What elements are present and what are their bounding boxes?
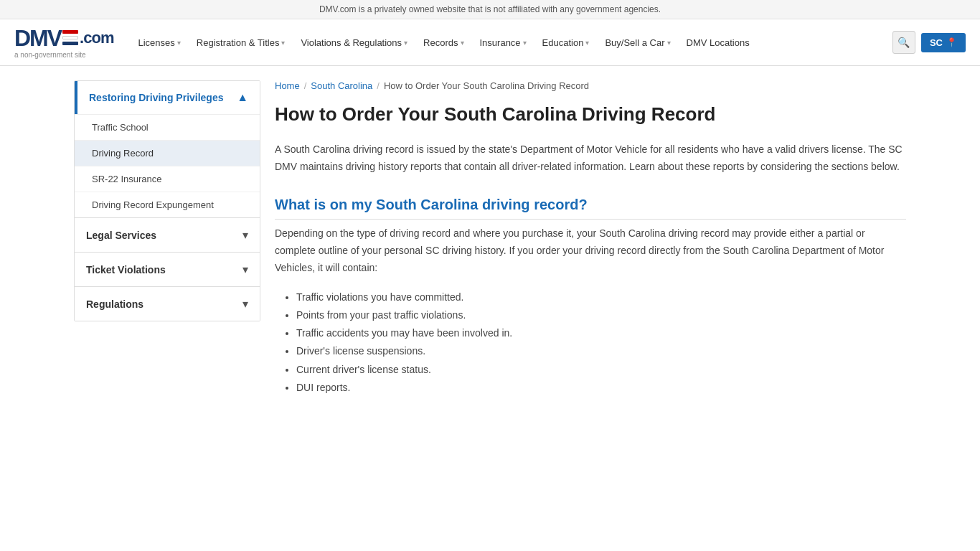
top-banner: DMV.com is a privately owned website tha… [0, 0, 980, 19]
logo-dmv: DMV [14, 27, 61, 50]
section-1-body: Depending on the type of driving record … [275, 225, 906, 276]
breadcrumb: Home / South Carolina / How to Order You… [275, 80, 906, 91]
logo-tagline: a non-government site [14, 51, 113, 59]
nav-violations[interactable]: Violations & Regulations ▾ [293, 32, 415, 54]
chevron-down-icon: ▾ [404, 39, 407, 47]
chevron-down-icon: ▾ [242, 263, 248, 276]
logo-com: .com [80, 30, 113, 46]
sidebar: Restoring Driving Privileges ▲ Traffic S… [74, 80, 260, 321]
breadcrumb-current: How to Order Your South Carolina Driving… [384, 80, 589, 91]
breadcrumb-sep-2: / [377, 80, 380, 91]
section-1-list: Traffic violations you have committed. P… [275, 288, 906, 397]
sidebar-section-label-violations: Ticket Violations [86, 264, 166, 276]
header: DMV .com a non-government site Licenses … [0, 19, 980, 66]
sidebar-header-regulations[interactable]: Regulations ▾ [75, 287, 260, 321]
chevron-down-icon: ▾ [667, 39, 671, 47]
state-selector-button[interactable]: SC 📍 [921, 33, 966, 52]
sidebar-section-violations: Ticket Violations ▾ [75, 253, 260, 287]
sidebar-item-sr22[interactable]: SR-22 Insurance [75, 166, 260, 192]
breadcrumb-home[interactable]: Home [275, 80, 300, 91]
nav-buy-sell[interactable]: Buy/Sell a Car ▾ [598, 32, 677, 54]
list-item: Points from your past traffic violations… [296, 306, 906, 324]
sidebar-section-regulations: Regulations ▾ [75, 287, 260, 321]
sidebar-item-traffic-school[interactable]: Traffic School [75, 115, 260, 141]
nav-records[interactable]: Records ▾ [416, 32, 471, 54]
nav-registration[interactable]: Registration & Titles ▾ [189, 32, 293, 54]
main-nav: Licenses ▾ Registration & Titles ▾ Viola… [131, 32, 892, 54]
sidebar-section-label-restoring: Restoring Driving Privileges [89, 92, 224, 103]
nav-licenses[interactable]: Licenses ▾ [131, 32, 187, 54]
sidebar-header-violations[interactable]: Ticket Violations ▾ [75, 253, 260, 286]
list-item: Traffic accidents you may have been invo… [296, 324, 906, 342]
sidebar-section-label-legal: Legal Services [86, 230, 156, 241]
chevron-down-icon: ▾ [461, 39, 464, 47]
sidebar-header-restoring[interactable]: Restoring Driving Privileges ▲ [75, 81, 260, 114]
sidebar-section-label-regulations: Regulations [86, 298, 143, 310]
location-icon: 📍 [946, 37, 957, 47]
sidebar-header-legal[interactable]: Legal Services ▾ [75, 218, 260, 252]
nav-education[interactable]: Education ▾ [535, 32, 597, 54]
logo-wrapper[interactable]: DMV .com a non-government site [14, 27, 113, 59]
breadcrumb-sep-1: / [304, 80, 307, 91]
page-title: How to Order Your South Carolina Driving… [275, 103, 906, 127]
main-container: Restoring Driving Privileges ▲ Traffic S… [60, 66, 920, 411]
stripe-white [62, 36, 78, 39]
logo: DMV .com [14, 27, 113, 50]
sidebar-item-expungement[interactable]: Driving Record Expungement [75, 192, 260, 217]
search-button[interactable]: 🔍 [892, 31, 915, 54]
chevron-down-icon: ▾ [242, 228, 248, 242]
sidebar-section-restoring: Restoring Driving Privileges ▲ Traffic S… [75, 81, 260, 218]
banner-text: DMV.com is a privately owned website tha… [319, 4, 661, 14]
logo-stripes [62, 30, 78, 45]
list-item: Driver's license suspensions. [296, 342, 906, 360]
intro-text: A South Carolina driving record is issue… [275, 141, 906, 176]
section-1-heading: What is on my South Carolina driving rec… [275, 197, 906, 220]
nav-insurance[interactable]: Insurance ▾ [473, 32, 534, 54]
header-right: 🔍 SC 📍 [892, 31, 966, 54]
breadcrumb-state[interactable]: South Carolina [311, 80, 372, 91]
sidebar-item-driving-record[interactable]: Driving Record [75, 141, 260, 166]
sidebar-section-legal: Legal Services ▾ [75, 218, 260, 253]
chevron-up-icon: ▲ [237, 91, 248, 104]
stripe-blue [62, 42, 78, 45]
list-item: DUI reports. [296, 379, 906, 397]
content-area: Home / South Carolina / How to Order You… [275, 80, 906, 397]
chevron-down-icon: ▾ [523, 39, 527, 47]
search-icon: 🔍 [897, 37, 910, 48]
sidebar-sub-items-restoring: Traffic School Driving Record SR-22 Insu… [75, 114, 260, 217]
chevron-down-icon: ▾ [281, 39, 285, 47]
chevron-down-icon: ▾ [177, 39, 181, 47]
state-label: SC [930, 37, 943, 48]
list-item: Current driver's license status. [296, 361, 906, 379]
stripe-red [62, 30, 78, 34]
nav-dmv-locations[interactable]: DMV Locations [679, 32, 757, 54]
list-item: Traffic violations you have committed. [296, 288, 906, 306]
chevron-down-icon: ▾ [242, 297, 248, 311]
chevron-down-icon: ▾ [585, 39, 589, 47]
